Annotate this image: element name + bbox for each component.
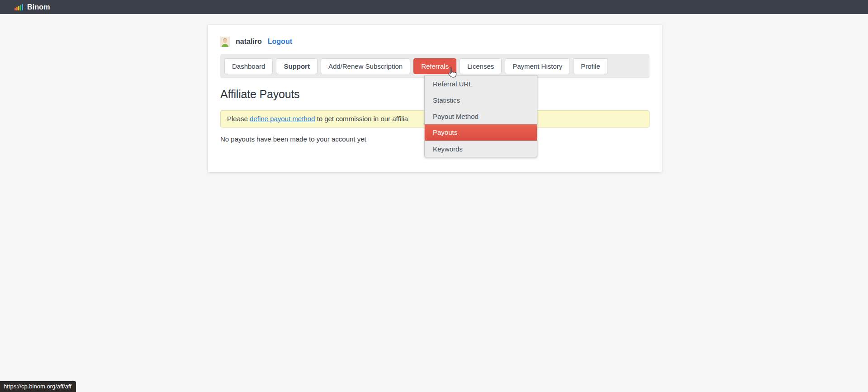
nav-tab-dashboard[interactable]: Dashboard: [224, 58, 273, 74]
top-bar: Binom: [0, 0, 868, 14]
define-payout-method-link[interactable]: define payout method: [250, 115, 315, 123]
nav-tab-referrals[interactable]: Referrals: [413, 58, 456, 74]
bar-chart-icon: [14, 4, 23, 10]
nav-tab-support[interactable]: Support: [276, 58, 318, 74]
menu-item-keywords[interactable]: Keywords: [425, 141, 537, 157]
user-row: nataliro Logout: [220, 36, 650, 47]
menu-item-statistics[interactable]: Statistics: [425, 92, 537, 108]
nav-tab-profile[interactable]: Profile: [573, 58, 608, 74]
referrals-dropdown-menu: Referral URL Statistics Payout Method Pa…: [424, 75, 537, 157]
status-bar-url: https://cp.binom.org/aff/aff: [0, 381, 76, 392]
avatar: [220, 37, 230, 47]
nav-tab-licenses[interactable]: Licenses: [460, 58, 502, 74]
nav-tab-payment-history[interactable]: Payment History: [505, 58, 570, 74]
username: nataliro: [236, 38, 262, 46]
menu-item-referral-url[interactable]: Referral URL: [425, 76, 537, 92]
menu-item-payout-method[interactable]: Payout Method: [425, 108, 537, 124]
logout-link[interactable]: Logout: [268, 38, 292, 46]
app-logo-text: Binom: [27, 3, 50, 11]
nav-tab-add-renew-subscription[interactable]: Add/Renew Subscription: [321, 58, 410, 74]
notice-text-prefix: Please: [227, 115, 250, 123]
app-logo[interactable]: Binom: [14, 3, 50, 11]
notice-text-suffix: to get commission in our affilia: [315, 115, 408, 123]
menu-item-payouts[interactable]: Payouts: [425, 124, 537, 141]
